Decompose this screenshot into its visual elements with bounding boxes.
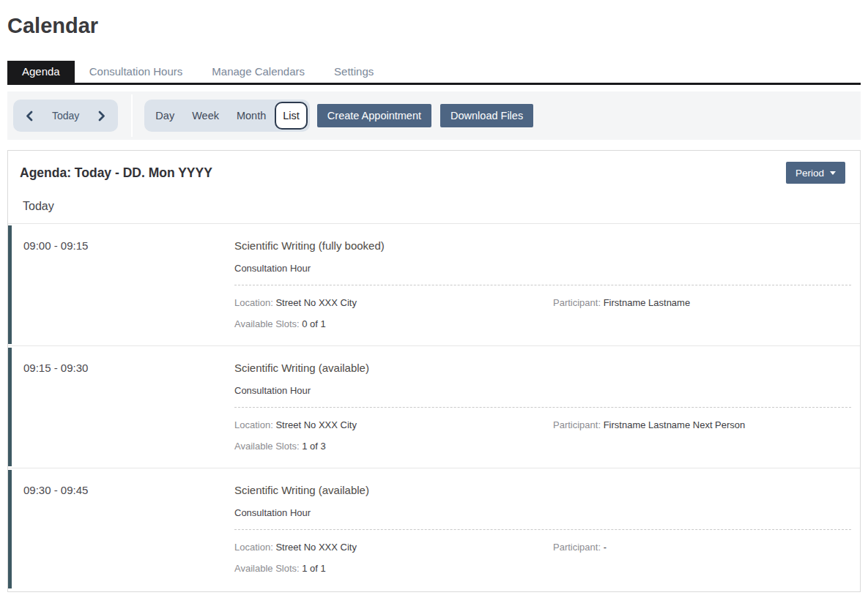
event-details-right-column: Participant: - <box>553 542 851 584</box>
caret-down-icon <box>830 171 836 175</box>
event-details-left-column: Location: Street No XXX City Available S… <box>234 297 553 340</box>
event-title: Scientific Writing (available) <box>234 362 851 374</box>
participant-value: Firstname Lastname Next Person <box>604 419 746 430</box>
dotted-divider <box>234 529 851 530</box>
calendar-page: Calendar Agenda Consultation Hours Manag… <box>0 0 868 598</box>
event-details: Location: Street No XXX City Available S… <box>234 297 851 340</box>
participant-value: Firstname Lastname <box>604 297 691 308</box>
agenda-panel: Agenda: Today - DD. Mon YYYY Period Toda… <box>7 150 861 592</box>
event-details-right-column: Participant: Firstname Lastname Next Per… <box>553 419 851 462</box>
available-slots-line: Available Slots: 1 of 3 <box>234 441 553 452</box>
event-details: Location: Street No XXX City Available S… <box>234 419 851 462</box>
download-files-button[interactable]: Download Files <box>440 104 533 127</box>
location-line: Location: Street No XXX City <box>234 297 553 308</box>
day-group-label: Today <box>8 184 860 223</box>
participant-line: Participant: - <box>553 542 851 553</box>
calendar-toolbar: Today Day Week Month List Create Appoint… <box>7 91 861 140</box>
event-details-left-column: Location: Street No XXX City Available S… <box>234 419 553 462</box>
participant-label: Participant: <box>553 297 601 308</box>
location-label: Location: <box>234 419 273 430</box>
location-value: Street No XXX City <box>275 419 357 430</box>
location-line: Location: Street No XXX City <box>234 542 553 553</box>
event-time: 09:00 - 09:15 <box>8 239 234 345</box>
participant-value: - <box>604 542 607 553</box>
view-list-button[interactable]: List <box>275 102 308 130</box>
available-slots-label: Available Slots: <box>234 318 300 329</box>
event-type-label: Consultation Hour <box>234 263 851 274</box>
agenda-panel-header: Agenda: Today - DD. Mon YYYY Period <box>8 151 860 184</box>
location-value: Street No XXX City <box>275 297 357 308</box>
event-row[interactable]: 09:30 - 09:45 Scientific Writing (availa… <box>8 468 860 590</box>
event-row[interactable]: 09:00 - 09:15 Scientific Writing (fully … <box>8 223 860 345</box>
location-label: Location: <box>234 542 273 553</box>
event-time: 09:30 - 09:45 <box>8 484 234 590</box>
view-switcher-group: Day Week Month List <box>144 100 310 132</box>
event-details-right-column: Participant: Firstname Lastname <box>553 297 851 340</box>
period-dropdown-button[interactable]: Period <box>786 162 845 184</box>
event-body: Scientific Writing (fully booked) Consul… <box>234 239 860 345</box>
location-label: Location: <box>234 297 273 308</box>
location-line: Location: Street No XXX City <box>234 419 553 430</box>
available-slots-value: 0 of 1 <box>302 318 326 329</box>
event-type-label: Consultation Hour <box>234 385 851 396</box>
agenda-title: Agenda: Today - DD. Mon YYYY <box>20 165 212 181</box>
event-time: 09:15 - 09:30 <box>8 362 234 468</box>
available-slots-line: Available Slots: 1 of 1 <box>234 563 553 574</box>
tab-bar: Agenda Consultation Hours Manage Calenda… <box>7 61 861 85</box>
today-button[interactable]: Today <box>52 110 79 122</box>
period-dropdown-label: Period <box>795 168 824 179</box>
event-details-left-column: Location: Street No XXX City Available S… <box>234 542 553 584</box>
participant-label: Participant: <box>553 419 601 430</box>
page-title: Calendar <box>7 13 861 38</box>
event-title: Scientific Writing (fully booked) <box>234 239 851 252</box>
tab-agenda[interactable]: Agenda <box>7 61 75 83</box>
participant-label: Participant: <box>553 542 601 553</box>
view-day-button[interactable]: Day <box>146 110 183 122</box>
dotted-divider <box>234 285 851 285</box>
next-period-button[interactable] <box>98 111 105 122</box>
event-details: Location: Street No XXX City Available S… <box>234 542 851 584</box>
agenda-event-list: 09:00 - 09:15 Scientific Writing (fully … <box>8 223 860 590</box>
location-value: Street No XXX City <box>275 542 357 553</box>
toolbar-divider <box>131 94 133 137</box>
previous-period-button[interactable] <box>26 111 33 122</box>
participant-line: Participant: Firstname Lastname Next Per… <box>553 419 851 430</box>
event-type-label: Consultation Hour <box>234 507 851 518</box>
available-slots-label: Available Slots: <box>234 441 300 452</box>
tab-settings[interactable]: Settings <box>319 61 388 83</box>
available-slots-line: Available Slots: 0 of 1 <box>234 318 553 329</box>
chevron-right-icon <box>98 111 105 122</box>
chevron-left-icon <box>26 111 33 122</box>
event-body: Scientific Writing (available) Consultat… <box>234 484 860 590</box>
view-week-button[interactable]: Week <box>183 110 228 122</box>
available-slots-value: 1 of 3 <box>302 441 326 452</box>
tab-manage-calendars[interactable]: Manage Calendars <box>197 61 319 83</box>
dotted-divider <box>234 407 851 408</box>
available-slots-label: Available Slots: <box>234 563 300 574</box>
available-slots-value: 1 of 1 <box>302 563 326 574</box>
date-nav-group: Today <box>13 100 118 132</box>
tab-consultation-hours[interactable]: Consultation Hours <box>75 61 198 83</box>
participant-line: Participant: Firstname Lastname <box>553 297 851 308</box>
view-month-button[interactable]: Month <box>228 110 275 122</box>
event-body: Scientific Writing (available) Consultat… <box>234 362 860 468</box>
create-appointment-button[interactable]: Create Appointment <box>317 104 431 127</box>
event-row[interactable]: 09:15 - 09:30 Scientific Writing (availa… <box>8 345 860 468</box>
event-title: Scientific Writing (available) <box>234 484 851 496</box>
